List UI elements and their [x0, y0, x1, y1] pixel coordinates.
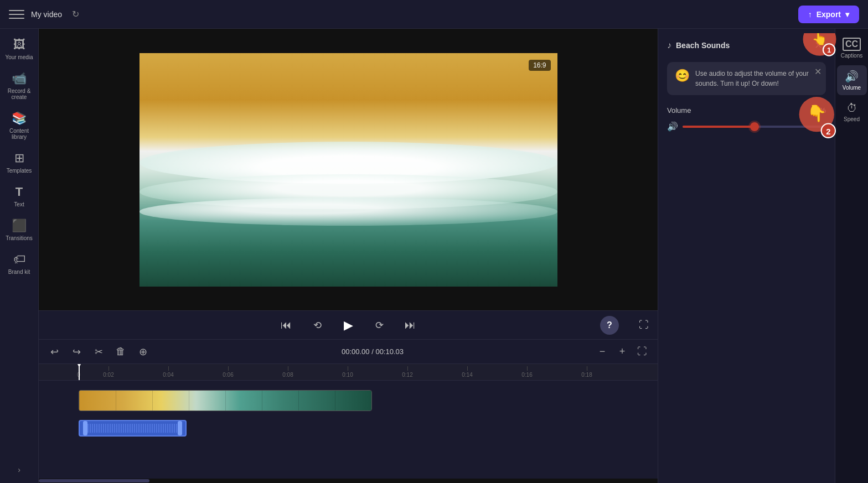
sidebar-item-record-create[interactable]: 📹 Record & create — [3, 67, 36, 105]
fullscreen-button[interactable]: ⛶ — [639, 319, 649, 331]
sidebar-item-label: Record & create — [5, 88, 34, 100]
strip-item-captions[interactable]: CC Captions — [837, 33, 867, 63]
video-canvas: 16:9 — [140, 53, 557, 287]
captions-icon: CC — [843, 38, 861, 51]
volume-header: Volume 50% — [667, 106, 826, 115]
strip-item-label: Volume — [843, 85, 861, 91]
tooltip-emoji: 😊 — [675, 69, 690, 83]
music-note-icon: ♪ — [667, 40, 671, 50]
export-icon: ↑ — [808, 10, 812, 19]
audio-panel-title: Beach Sounds — [676, 41, 806, 50]
timecode: 00:00.00 / 00:10.03 — [156, 347, 589, 356]
content-icon: 📚 — [12, 111, 27, 126]
skip-forward-button[interactable]: ⏭ — [400, 315, 420, 335]
volume-slider[interactable] — [683, 126, 826, 128]
audio-track-row — [39, 417, 658, 445]
volume-slider-thumb[interactable] — [750, 122, 759, 131]
sidebar-item-label: Transitions — [6, 235, 33, 241]
media-icon: 🖼 — [13, 38, 25, 52]
strip-item-label: Captions — [841, 53, 862, 59]
audio-panel-header: ♪ Beach Sounds ✕ — [667, 38, 826, 53]
video-track-content — [79, 390, 655, 412]
timeline-ruler: 0 0:02 0:04 0:06 0:08 0:10 0:12 0:14 0:1… — [39, 364, 658, 381]
main-layout: 🖼 Your media 📹 Record & create 📚 Content… — [0, 29, 868, 483]
sidebar-item-label: Your media — [5, 54, 33, 60]
topbar: My video ↻ ↑ Export ▾ — [0, 0, 868, 29]
sidebar-item-templates[interactable]: ⊞ Templates — [3, 147, 36, 178]
sidebar-item-label: Text — [14, 201, 24, 207]
audio-handle-left[interactable] — [83, 421, 87, 435]
zoom-in-button[interactable]: + — [613, 343, 631, 361]
center-area: 16:9 ⏮ ⟲ ▶ ⟳ ⏭ ? ⛶ ↩ ↪ ✂ 🗑 ⊕ 00:00.00 / … — [39, 29, 658, 483]
sidebar-item-label: Content library — [5, 128, 34, 140]
forward-button[interactable]: ⟳ — [369, 315, 389, 335]
left-sidebar: 🖼 Your media 📹 Record & create 📚 Content… — [0, 29, 39, 483]
playback-controls: ⏮ ⟲ ▶ ⟳ ⏭ ? ⛶ — [39, 310, 658, 339]
tooltip-text: Use audio to adjust the volume of your s… — [695, 69, 818, 89]
hamburger-menu[interactable] — [9, 7, 24, 22]
volume-slider-fill — [683, 126, 755, 128]
help-button[interactable]: ? — [600, 316, 619, 335]
right-panel-top: ♪ Beach Sounds ✕ 😊 Use audio to adjust t… — [658, 29, 835, 483]
volume-section: Volume 50% 🔊 — [667, 106, 826, 132]
volume-strip-icon: 🔊 — [845, 70, 859, 83]
sidebar-item-your-media[interactable]: 🖼 Your media — [3, 33, 36, 65]
strip-item-speed[interactable]: ⏱ Speed — [837, 97, 867, 127]
audio-handle-right[interactable] — [178, 421, 182, 435]
export-dropdown-icon: ▾ — [845, 10, 849, 19]
zoom-controls: − + ⛶ — [593, 343, 651, 361]
timeline-scroll-thumb[interactable] — [39, 479, 149, 482]
volume-value: 50% — [812, 106, 826, 115]
audio-track-content — [79, 420, 655, 442]
redo-button[interactable]: ↪ — [68, 343, 85, 361]
sidebar-collapse[interactable]: › — [15, 461, 24, 479]
speed-icon: ⏱ — [846, 102, 857, 115]
strip-item-volume[interactable]: 🔊 Volume — [837, 65, 867, 95]
skip-back-button[interactable]: ⏮ — [276, 315, 296, 335]
video-track-clip[interactable] — [79, 390, 372, 411]
add-media-button[interactable]: ⊕ — [134, 343, 152, 361]
cut-button[interactable]: ✂ — [90, 343, 107, 361]
audio-panel-close-button[interactable]: ✕ — [810, 38, 826, 53]
audio-waveform — [87, 424, 178, 433]
sidebar-item-label: Templates — [7, 168, 32, 174]
audio-panel: ♪ Beach Sounds ✕ 😊 Use audio to adjust t… — [658, 29, 835, 483]
video-preview: 16:9 — [39, 29, 658, 310]
refresh-button[interactable]: ↻ — [69, 8, 82, 21]
expand-timeline-button[interactable]: ⛶ — [633, 343, 651, 361]
timeline-tracks — [39, 381, 658, 479]
timeline-area: ↩ ↪ ✂ 🗑 ⊕ 00:00.00 / 00:10.03 − + ⛶ 0 0:… — [39, 339, 658, 483]
volume-slider-row: 🔊 — [667, 121, 826, 132]
right-panel: ♪ Beach Sounds ✕ 😊 Use audio to adjust t… — [658, 29, 835, 483]
zoom-out-button[interactable]: − — [593, 343, 611, 361]
timeline-scrollbar[interactable] — [39, 479, 658, 483]
tooltip-card: 😊 Use audio to adjust the volume of your… — [667, 62, 826, 95]
project-title: My video — [31, 10, 62, 19]
export-label: Export — [817, 10, 841, 19]
sidebar-item-brand-kit[interactable]: 🏷 Brand kit — [3, 248, 36, 279]
volume-icon: 🔊 — [667, 121, 678, 132]
export-button[interactable]: ↑ Export ▾ — [798, 6, 859, 23]
timeline-toolbar: ↩ ↪ ✂ 🗑 ⊕ 00:00.00 / 00:10.03 − + ⛶ — [39, 340, 658, 364]
undo-button[interactable]: ↩ — [45, 343, 63, 361]
sidebar-item-label: Brand kit — [8, 269, 30, 275]
tooltip-close-button[interactable]: ✕ — [814, 66, 822, 77]
templates-icon: ⊞ — [14, 151, 24, 165]
sidebar-item-transitions[interactable]: ⬛ Transitions — [3, 214, 36, 246]
audio-track-clip[interactable] — [79, 420, 187, 437]
sidebar-item-content-library[interactable]: 📚 Content library — [3, 107, 36, 144]
aspect-ratio-badge: 16:9 — [529, 60, 550, 71]
rewind-button[interactable]: ⟲ — [307, 315, 327, 335]
playhead[interactable] — [79, 364, 80, 380]
delete-button[interactable]: 🗑 — [112, 343, 130, 361]
record-icon: 📹 — [12, 71, 27, 86]
brand-icon: 🏷 — [13, 252, 25, 267]
strip-item-label: Speed — [844, 116, 860, 122]
right-icon-strip: CC Captions 🔊 Volume ⏱ Speed 👆 1 👇 — [835, 29, 868, 483]
sidebar-item-text[interactable]: T Text — [3, 180, 36, 212]
transitions-icon: ⬛ — [12, 219, 27, 233]
text-icon: T — [16, 185, 23, 199]
play-button[interactable]: ▶ — [338, 315, 358, 335]
video-track-row — [39, 387, 658, 415]
volume-label: Volume — [667, 106, 691, 115]
